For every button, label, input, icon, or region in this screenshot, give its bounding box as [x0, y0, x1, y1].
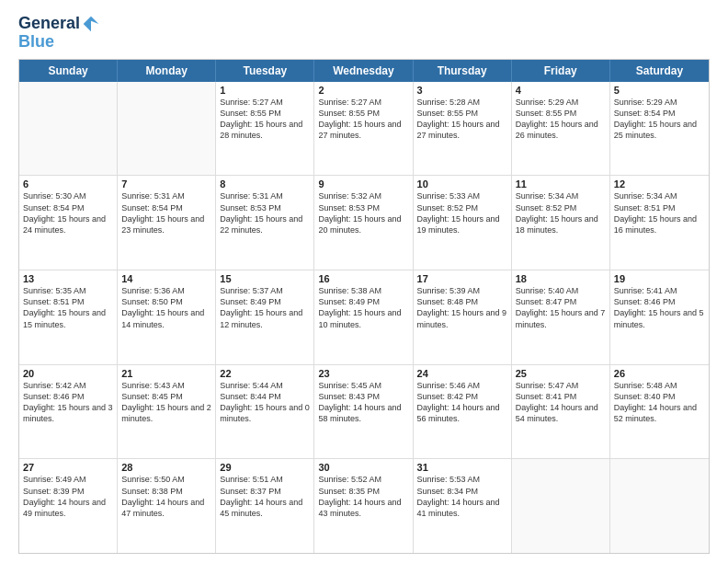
calendar-cell: 2Sunrise: 5:27 AM Sunset: 8:55 PM Daylig… — [314, 82, 413, 176]
cell-day-number: 10 — [417, 178, 507, 190]
calendar-cell: 6Sunrise: 5:30 AM Sunset: 8:54 PM Daylig… — [19, 176, 118, 270]
cell-day-number: 14 — [121, 273, 211, 284]
cell-day-number: 15 — [220, 273, 310, 284]
calendar-cell: 29Sunrise: 5:51 AM Sunset: 8:37 PM Dayli… — [216, 459, 314, 553]
cell-info: Sunrise: 5:37 AM Sunset: 8:49 PM Dayligh… — [220, 285, 310, 330]
calendar-row-1: 6Sunrise: 5:30 AM Sunset: 8:54 PM Daylig… — [19, 176, 709, 270]
logo: General Blue — [18, 15, 100, 52]
cell-day-number: 4 — [516, 85, 606, 96]
calendar-cell: 15Sunrise: 5:37 AM Sunset: 8:49 PM Dayli… — [216, 270, 314, 364]
calendar-cell: 22Sunrise: 5:44 AM Sunset: 8:44 PM Dayli… — [216, 365, 314, 459]
calendar-cell: 10Sunrise: 5:33 AM Sunset: 8:52 PM Dayli… — [414, 176, 512, 270]
cell-day-number: 18 — [516, 273, 606, 284]
calendar-body: 1Sunrise: 5:27 AM Sunset: 8:55 PM Daylig… — [19, 82, 709, 553]
cell-day-number: 9 — [318, 178, 408, 190]
cell-day-number: 19 — [614, 273, 705, 284]
cell-day-number: 7 — [121, 178, 211, 190]
calendar-cell: 13Sunrise: 5:35 AM Sunset: 8:51 PM Dayli… — [19, 270, 118, 364]
cell-day-number: 21 — [121, 368, 211, 379]
cell-day-number: 26 — [614, 368, 705, 379]
cell-info: Sunrise: 5:48 AM Sunset: 8:40 PM Dayligh… — [614, 380, 705, 425]
cell-info: Sunrise: 5:31 AM Sunset: 8:54 PM Dayligh… — [121, 190, 211, 236]
cell-day-number: 1 — [220, 85, 310, 96]
cell-day-number: 31 — [417, 462, 507, 473]
calendar-cell: 1Sunrise: 5:27 AM Sunset: 8:55 PM Daylig… — [216, 82, 314, 176]
cell-info: Sunrise: 5:35 AM Sunset: 8:51 PM Dayligh… — [23, 285, 113, 330]
logo-icon — [82, 15, 100, 33]
calendar-cell: 24Sunrise: 5:46 AM Sunset: 8:42 PM Dayli… — [414, 365, 512, 459]
cell-day-number: 3 — [417, 85, 507, 96]
calendar-cell: 23Sunrise: 5:45 AM Sunset: 8:43 PM Dayli… — [314, 365, 413, 459]
calendar-header: SundayMondayTuesdayWednesdayThursdayFrid… — [19, 60, 709, 82]
weekday-header-tuesday: Tuesday — [216, 60, 314, 82]
cell-info: Sunrise: 5:45 AM Sunset: 8:43 PM Dayligh… — [318, 380, 408, 425]
calendar: SundayMondayTuesdayWednesdayThursdayFrid… — [18, 59, 710, 554]
cell-info: Sunrise: 5:49 AM Sunset: 8:39 PM Dayligh… — [23, 474, 113, 519]
cell-day-number: 24 — [417, 368, 507, 379]
weekday-header-monday: Monday — [118, 60, 216, 82]
calendar-cell: 5Sunrise: 5:29 AM Sunset: 8:54 PM Daylig… — [610, 82, 709, 176]
calendar-cell: 19Sunrise: 5:41 AM Sunset: 8:46 PM Dayli… — [610, 270, 709, 364]
cell-info: Sunrise: 5:47 AM Sunset: 8:41 PM Dayligh… — [516, 380, 606, 425]
calendar-cell: 21Sunrise: 5:43 AM Sunset: 8:45 PM Dayli… — [118, 365, 216, 459]
cell-info: Sunrise: 5:40 AM Sunset: 8:47 PM Dayligh… — [516, 285, 606, 330]
cell-day-number: 30 — [318, 462, 408, 473]
cell-info: Sunrise: 5:42 AM Sunset: 8:46 PM Dayligh… — [23, 380, 113, 425]
calendar-row-4: 27Sunrise: 5:49 AM Sunset: 8:39 PM Dayli… — [19, 459, 709, 553]
header: General Blue — [18, 15, 710, 52]
cell-day-number: 2 — [318, 85, 408, 96]
calendar-cell: 31Sunrise: 5:53 AM Sunset: 8:34 PM Dayli… — [414, 459, 512, 553]
calendar-cell — [610, 459, 709, 553]
calendar-cell: 28Sunrise: 5:50 AM Sunset: 8:38 PM Dayli… — [118, 459, 216, 553]
cell-day-number: 25 — [516, 368, 606, 379]
cell-info: Sunrise: 5:31 AM Sunset: 8:53 PM Dayligh… — [220, 190, 310, 236]
calendar-cell: 3Sunrise: 5:28 AM Sunset: 8:55 PM Daylig… — [414, 82, 512, 176]
calendar-cell — [19, 82, 118, 176]
cell-day-number: 20 — [23, 368, 113, 379]
calendar-cell: 8Sunrise: 5:31 AM Sunset: 8:53 PM Daylig… — [216, 176, 314, 270]
cell-info: Sunrise: 5:36 AM Sunset: 8:50 PM Dayligh… — [121, 285, 211, 330]
cell-info: Sunrise: 5:30 AM Sunset: 8:54 PM Dayligh… — [23, 190, 113, 236]
cell-info: Sunrise: 5:29 AM Sunset: 8:54 PM Dayligh… — [614, 97, 705, 142]
cell-info: Sunrise: 5:34 AM Sunset: 8:51 PM Dayligh… — [614, 190, 705, 236]
calendar-cell: 11Sunrise: 5:34 AM Sunset: 8:52 PM Dayli… — [512, 176, 610, 270]
calendar-cell — [118, 82, 216, 176]
calendar-cell: 14Sunrise: 5:36 AM Sunset: 8:50 PM Dayli… — [118, 270, 216, 364]
cell-day-number: 16 — [318, 273, 408, 284]
weekday-header-wednesday: Wednesday — [314, 60, 413, 82]
calendar-cell: 27Sunrise: 5:49 AM Sunset: 8:39 PM Dayli… — [19, 459, 118, 553]
cell-info: Sunrise: 5:28 AM Sunset: 8:55 PM Dayligh… — [417, 97, 507, 142]
cell-day-number: 13 — [23, 273, 113, 284]
weekday-header-friday: Friday — [512, 60, 610, 82]
cell-info: Sunrise: 5:44 AM Sunset: 8:44 PM Dayligh… — [220, 380, 310, 425]
cell-day-number: 29 — [220, 462, 310, 473]
cell-info: Sunrise: 5:27 AM Sunset: 8:55 PM Dayligh… — [220, 97, 310, 142]
logo-text-blue: Blue — [18, 33, 100, 52]
calendar-cell: 9Sunrise: 5:32 AM Sunset: 8:53 PM Daylig… — [314, 176, 413, 270]
cell-info: Sunrise: 5:51 AM Sunset: 8:37 PM Dayligh… — [220, 474, 310, 519]
calendar-cell: 16Sunrise: 5:38 AM Sunset: 8:49 PM Dayli… — [314, 270, 413, 364]
calendar-cell: 17Sunrise: 5:39 AM Sunset: 8:48 PM Dayli… — [414, 270, 512, 364]
cell-day-number: 12 — [614, 178, 705, 190]
cell-info: Sunrise: 5:50 AM Sunset: 8:38 PM Dayligh… — [121, 474, 211, 519]
page: General Blue SundayMondayTuesdayWednesda… — [0, 0, 728, 563]
cell-info: Sunrise: 5:27 AM Sunset: 8:55 PM Dayligh… — [318, 97, 408, 142]
calendar-row-0: 1Sunrise: 5:27 AM Sunset: 8:55 PM Daylig… — [19, 82, 709, 177]
cell-info: Sunrise: 5:39 AM Sunset: 8:48 PM Dayligh… — [417, 285, 507, 330]
cell-info: Sunrise: 5:32 AM Sunset: 8:53 PM Dayligh… — [318, 190, 408, 236]
calendar-cell: 30Sunrise: 5:52 AM Sunset: 8:35 PM Dayli… — [314, 459, 413, 553]
cell-info: Sunrise: 5:53 AM Sunset: 8:34 PM Dayligh… — [417, 474, 507, 519]
weekday-header-saturday: Saturday — [610, 60, 709, 82]
cell-day-number: 6 — [23, 178, 113, 190]
cell-info: Sunrise: 5:41 AM Sunset: 8:46 PM Dayligh… — [614, 285, 705, 330]
calendar-cell: 26Sunrise: 5:48 AM Sunset: 8:40 PM Dayli… — [610, 365, 709, 459]
cell-info: Sunrise: 5:43 AM Sunset: 8:45 PM Dayligh… — [121, 380, 211, 425]
cell-day-number: 28 — [121, 462, 211, 473]
weekday-header-sunday: Sunday — [19, 60, 118, 82]
calendar-row-2: 13Sunrise: 5:35 AM Sunset: 8:51 PM Dayli… — [19, 270, 709, 365]
cell-info: Sunrise: 5:33 AM Sunset: 8:52 PM Dayligh… — [417, 190, 507, 236]
cell-info: Sunrise: 5:34 AM Sunset: 8:52 PM Dayligh… — [516, 190, 606, 236]
cell-info: Sunrise: 5:29 AM Sunset: 8:55 PM Dayligh… — [516, 97, 606, 142]
calendar-cell: 18Sunrise: 5:40 AM Sunset: 8:47 PM Dayli… — [512, 270, 610, 364]
cell-info: Sunrise: 5:46 AM Sunset: 8:42 PM Dayligh… — [417, 380, 507, 425]
